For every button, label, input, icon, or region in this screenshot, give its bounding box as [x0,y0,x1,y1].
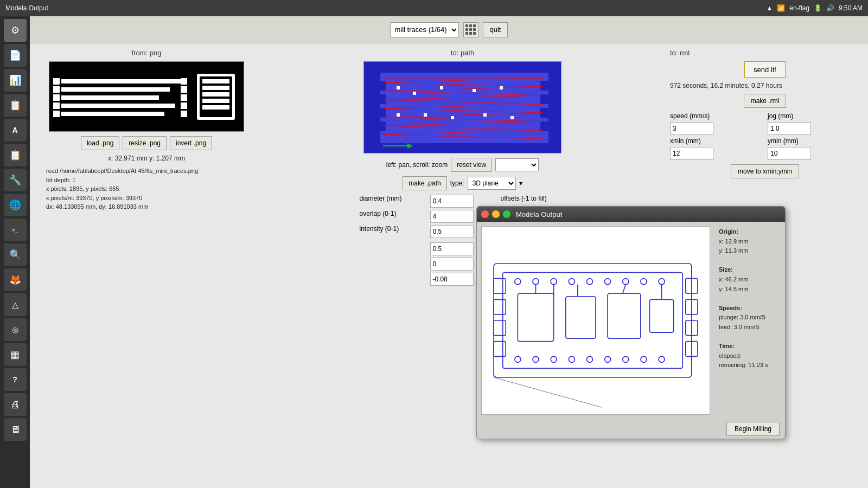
svg-rect-57 [510,116,514,119]
jog-input[interactable] [768,122,811,135]
to-rml-heading: to: rml [670,49,860,57]
origin-x: x: 12.9 mm [719,237,781,247]
sidebar-item-grid[interactable]: ▦ [4,343,27,366]
modela-body: Origin: x: 12.9 mm y: 11.3 mm Size: x: 4… [477,222,785,419]
sidebar-item-firefox[interactable]: 🦊 [4,268,27,291]
diameter-input-1[interactable] [430,195,474,208]
invert-png-button[interactable]: invert .png [170,136,212,150]
path-controls: make .path type: 3D plane 2D contour ▾ [403,176,522,190]
type-dropdown-arrow[interactable]: ▾ [519,179,522,187]
type-dropdown[interactable]: 3D plane 2D contour [468,177,516,190]
sidebar-item-help[interactable]: ? [4,368,27,391]
window-minimize-button[interactable] [492,210,500,218]
move-to-xmin-button[interactable]: move to xmin,ymin [731,164,799,178]
svg-rect-53 [397,113,400,117]
begin-milling-button[interactable]: Begin Milling [726,422,780,436]
svg-rect-56 [483,113,487,117]
grid-view-btn[interactable] [463,22,478,37]
sidebar-item-search[interactable]: 🔍 [4,243,27,266]
path-canvas[interactable] [363,61,561,153]
svg-rect-9 [181,102,187,109]
svg-rect-14 [202,86,229,90]
modela-footer: Begin Milling [477,419,785,439]
sidebar-item-arduino[interactable]: ◎ [4,318,27,341]
make-rml-button[interactable]: make .rml [744,94,787,108]
clock: 9:50 AM [839,4,863,12]
load-png-button[interactable]: load .png [81,136,119,150]
sidebar-item-browser[interactable]: 🌐 [4,194,27,216]
sidebar: ⚙ 📄 📊 📋 A 📋 🔧 🌐 >_ 🔍 🦊 △ ◎ ▦ ? 🖨 🖥 [0,16,30,488]
sidebar-item-notes[interactable]: 📋 [4,144,27,166]
view-dropdown[interactable] [495,158,539,171]
modela-path-canvas [481,226,710,415]
mill-traces-dropdown[interactable]: mill traces (1/64) mill traces (1/32) mi… [390,22,459,37]
svg-rect-13 [202,79,229,84]
make-path-button[interactable]: make .path [403,176,446,190]
sidebar-item-files[interactable]: 📄 [4,44,27,67]
error-input[interactable] [430,258,474,271]
svg-rect-22 [53,111,60,117]
sidebar-item-settings[interactable]: ⚙ [4,19,27,42]
svg-rect-2 [61,87,170,92]
send-it-button[interactable]: send it! [744,61,786,78]
svg-rect-49 [413,92,416,95]
svg-rect-21 [53,102,60,109]
sidebar-item-chart[interactable]: 📊 [4,69,27,92]
sidebar-item-clipboard[interactable]: 📋 [4,94,27,117]
feed-speed: feed: 3.0 mm/S [719,323,781,332]
ymin-input[interactable] [768,147,811,160]
svg-rect-7 [181,86,187,93]
svg-rect-1 [61,79,181,84]
overlap-input-2[interactable] [430,242,474,255]
speed-grid: speed (mm/s) jog (mm) xmin (mm) ymin (mm… [670,112,860,160]
z-input[interactable] [430,273,474,286]
xmin-input[interactable] [670,147,713,160]
sidebar-item-terminal[interactable]: >_ [4,219,27,241]
size-heading: Size: [719,265,781,275]
resize-png-button[interactable]: resize .png [123,136,167,150]
ymin-label: ymin (mm) [768,137,860,145]
sidebar-item-texteditor[interactable]: A [4,119,27,142]
sidebar-item-inkscape[interactable]: △ [4,293,27,316]
svg-rect-26 [372,94,386,104]
sidebar-item-display[interactable]: 🖥 [4,418,27,441]
svg-rect-29 [540,81,554,91]
svg-rect-10 [181,111,187,117]
svg-rect-6 [181,78,187,85]
log-line-2: bit depth: 1 [46,176,247,185]
origin-heading: Origin: [719,227,781,237]
png-buttons: load .png resize .png invert .png [81,136,212,150]
speeds-heading: Speeds: [719,304,781,313]
window-close-button[interactable] [481,210,489,218]
from-png-heading: from: png [132,49,162,57]
lang-indicator: en-flag [789,4,809,12]
svg-rect-8 [181,94,187,101]
svg-rect-54 [424,113,427,117]
topbar-right: ▲ 📶 en-flag 🔋 🔊 9:50 AM [766,4,863,12]
overlap-input-1[interactable] [430,225,474,238]
modela-info-panel: Origin: x: 12.9 mm y: 11.3 mm Size: x: 4… [714,222,785,419]
diameter-label: diameter (mm) [360,195,425,208]
volume-icon: 🔊 [826,4,834,12]
col-from-png: from: png [30,43,263,488]
speed-label: speed (mm/s) [670,112,762,120]
svg-rect-51 [473,89,476,92]
svg-rect-28 [372,121,386,131]
sidebar-item-tools[interactable]: 🔧 [4,169,27,191]
window-maximize-button[interactable] [503,210,510,218]
log-output: read /home/fablabcept/Desktop/At 45/fts_… [46,166,247,211]
modela-window-title: Modela Output [516,210,562,219]
speed-input[interactable] [670,122,713,135]
sidebar-item-printer[interactable]: 🖨 [4,393,27,416]
svg-rect-4 [61,104,175,108]
wifi-icon: ▲ [766,4,773,12]
svg-rect-27 [372,108,386,118]
modela-titlebar: Modela Output [477,207,785,222]
diameter-input-2[interactable] [430,210,474,223]
log-line-4: x pixels/m: 39370, y pixels/m: 39370 [46,194,247,203]
reset-view-button[interactable]: reset view [451,158,492,172]
intensity-label: intensity (0-1) [360,225,425,238]
pcb-image [49,61,244,132]
quit-button[interactable]: quit [483,22,508,37]
svg-rect-16 [202,99,229,103]
